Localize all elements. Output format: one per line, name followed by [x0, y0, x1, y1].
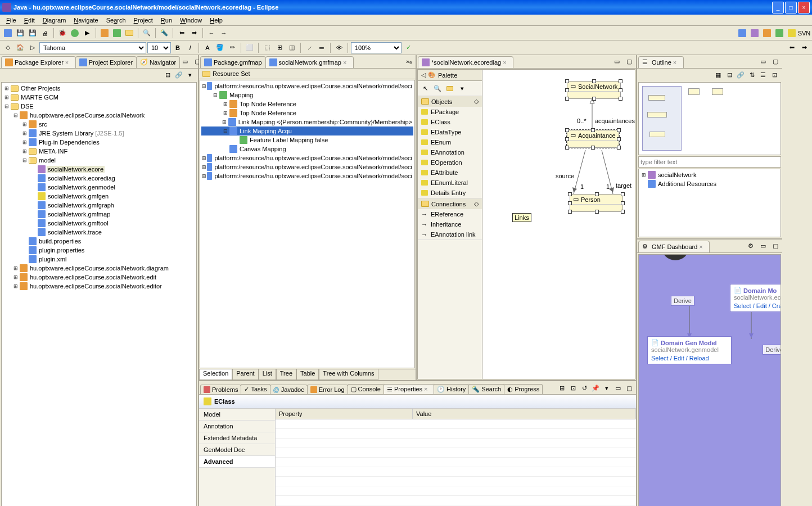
outline-overview-button[interactable]: ▦	[712, 69, 724, 80]
note-tool[interactable]	[444, 83, 455, 94]
tab-tasks[interactable]: ✓Tasks	[241, 384, 270, 394]
italic-button[interactable]: I	[184, 42, 196, 53]
props-th-property[interactable]: Property	[276, 409, 413, 419]
label-tgt-mult[interactable]: 1	[606, 183, 610, 190]
note-dropdown[interactable]: ▾	[457, 83, 468, 94]
show-list-button[interactable]: »₆	[403, 56, 414, 67]
expand-icon[interactable]	[30, 219, 38, 227]
home-button[interactable]: 🏠	[15, 42, 26, 53]
tree-node[interactable]: ⊟DSE	[3, 102, 195, 111]
props-min-button[interactable]: ▭	[612, 383, 624, 394]
expand-icon[interactable]	[232, 136, 240, 144]
tree-node[interactable]: ⊞platform:/resource/hu.optxware.eclipseC…	[201, 162, 413, 171]
tree-node[interactable]: ⊞JRE System Library [J2SE-1.5]	[3, 129, 195, 138]
tab-socialnetwork-gmfmap[interactable]: socialNetwork.gmfmap ×	[265, 56, 354, 68]
tab-history[interactable]: 🕐History	[434, 384, 469, 394]
perspective-gmf-button[interactable]	[749, 28, 760, 39]
tree-node[interactable]: ⊞src	[3, 120, 195, 129]
menu-navigate[interactable]: Navigate	[70, 16, 102, 25]
tab-selection[interactable]: Selection	[199, 369, 232, 380]
tab-package-gmfmap[interactable]: Package.gmfmap	[200, 56, 266, 68]
debug-button[interactable]: 🐞	[57, 28, 68, 39]
print-button[interactable]: 🖨	[39, 28, 51, 39]
tree-node[interactable]: socialNetwork.ecore	[3, 165, 195, 174]
dash-domain-gen-model[interactable]: 📄Domain Gen Model socialNetwork.genmodel…	[647, 336, 732, 364]
expand-icon[interactable]	[30, 228, 38, 236]
perspective-debug-button[interactable]	[761, 28, 773, 39]
label-target[interactable]: target	[616, 182, 631, 189]
tab-table[interactable]: Table	[296, 369, 319, 380]
props-side-extended[interactable]: Extended Metadata	[199, 432, 275, 444]
tab-javadoc[interactable]: @Javadoc	[270, 385, 308, 394]
zoom-select[interactable]: 100%	[351, 42, 402, 53]
expand-icon[interactable]: ⊞	[12, 273, 20, 281]
bold-button[interactable]: B	[172, 42, 183, 53]
expand-icon[interactable]: ⊞	[21, 138, 29, 146]
tree-node[interactable]: socialNetwork.genmodel	[3, 183, 195, 192]
tab-gmf-dashboard[interactable]: ⚙ GMF Dashboard ×	[638, 241, 710, 252]
close-button[interactable]: ×	[798, 2, 810, 13]
diagram-canvas[interactable]: ▭SocialNetwork ▭Acquaintance	[482, 70, 635, 379]
font-select[interactable]: Tahoma	[39, 42, 146, 53]
nav-left-button[interactable]: ⬅	[786, 42, 797, 53]
tree-node[interactable]: ⊞Plug-in Dependencies	[3, 138, 195, 147]
expand-icon[interactable]	[21, 237, 29, 245]
font-color-button[interactable]: A	[202, 42, 213, 53]
palette-header[interactable]: ◁ 🎨 Palette	[418, 70, 482, 81]
font-size-select[interactable]: 10	[147, 42, 171, 53]
expand-icon[interactable]: ⊞	[201, 163, 207, 171]
tab-parent[interactable]: Parent	[232, 369, 258, 380]
minimize-button[interactable]: _	[772, 2, 784, 13]
menu-help[interactable]: Help	[206, 16, 227, 25]
props-side-advanced[interactable]: Advanced	[199, 456, 275, 468]
dash-domain-model[interactable]: 📄Domain Mo socialNetwork.eco Select / Ed…	[730, 284, 781, 312]
palette-item-ereference[interactable]: →EReference	[418, 209, 482, 219]
menu-run[interactable]: Run	[157, 16, 176, 25]
new-button[interactable]	[2, 28, 13, 39]
annotation-prev-button[interactable]: ⬅	[176, 28, 187, 39]
expand-button[interactable]: ◇	[2, 42, 13, 53]
props-max-button[interactable]: ▢	[624, 383, 635, 394]
props-side-model[interactable]: Model	[199, 409, 275, 421]
line-style-button[interactable]: ═	[316, 42, 327, 53]
tab-problems[interactable]: Problems	[200, 385, 241, 394]
props-table[interactable]: Property Value	[276, 409, 636, 506]
expand-icon[interactable]: ⊞	[201, 172, 207, 180]
tab-outline[interactable]: ☰ Outline ×	[638, 56, 684, 68]
palette-objects-header[interactable]: Objects ◇	[418, 96, 482, 107]
label-links[interactable]: Links	[512, 213, 531, 222]
palette-item-eattribute[interactable]: EAttribute	[418, 168, 482, 178]
props-side-genmodel[interactable]: GenModel Doc	[199, 444, 275, 456]
expand-icon[interactable]	[30, 165, 38, 173]
run-button[interactable]	[69, 28, 80, 39]
outline-thumbnail[interactable]	[638, 82, 781, 155]
palette-item-epackage[interactable]: EPackage	[418, 107, 482, 117]
close-icon[interactable]: ×	[503, 59, 509, 66]
menu-window[interactable]: Window	[176, 16, 206, 25]
expand-icon[interactable]	[30, 174, 38, 182]
expand-icon[interactable]: ⊞	[21, 120, 29, 128]
expand-icon[interactable]	[21, 255, 29, 263]
tree-node[interactable]: ⊟hu.optxware.eclipseCourse.socialNetwork	[3, 111, 195, 120]
close-icon[interactable]: ×	[65, 59, 72, 66]
minimize-view-button[interactable]: ▭	[179, 56, 191, 67]
validate-button[interactable]: ✓	[403, 42, 414, 53]
palette-item-edatatype[interactable]: EDataType	[418, 127, 482, 137]
new-package-button[interactable]	[99, 28, 110, 39]
resource-tree-body[interactable]: ⊟platform:/resource/hu.optxware.eclipseC…	[200, 80, 415, 368]
tree-node[interactable]: ⊞MARTE GCM	[3, 93, 195, 102]
perspective-svn-button[interactable]: SVN	[799, 28, 810, 39]
props-filter-button[interactable]: ⊡	[567, 383, 579, 394]
back-button[interactable]: ←	[206, 28, 217, 39]
hide-button[interactable]: 👁	[333, 42, 345, 53]
props-th-value[interactable]: Value	[413, 409, 636, 419]
palette-item-inheritance[interactable]: →Inheritance	[418, 219, 482, 229]
perspective-pde-button[interactable]	[774, 28, 785, 39]
outline-tree-button[interactable]: ⊟	[724, 69, 735, 80]
tab-progress[interactable]: ◐Progress	[504, 384, 543, 394]
tree-node[interactable]: socialNetwork.gmfgen	[3, 192, 195, 201]
perspective-java-button[interactable]	[737, 28, 748, 39]
expand-icon[interactable]: ⊟	[201, 82, 207, 90]
tab-tree-columns[interactable]: Tree with Columns	[319, 369, 378, 380]
perspective-team-button[interactable]	[786, 28, 797, 39]
